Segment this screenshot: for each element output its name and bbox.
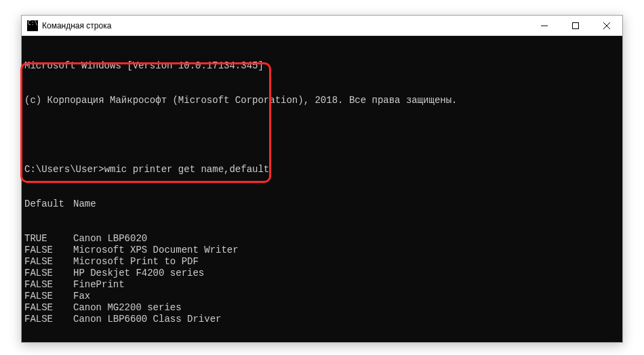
table-header: DefaultName [24,199,620,210]
command-prompt-window: Командная строка Microsoft Windows [Ver [21,15,623,343]
banner-line: (c) Корпорация Майкрософт (Microsoft Cor… [24,95,620,106]
header-name: Name [73,199,96,210]
cmd-icon [27,20,38,31]
cell-default: TRUE [24,233,73,245]
prompt-prefix: C:\Users\User> [24,164,104,175]
table-row: FALSECanon LBP6600 Class Driver [24,314,620,325]
cell-name: FinePrint [73,279,125,291]
cell-default: FALSE [24,268,73,279]
cell-default: FALSE [24,314,73,325]
cell-name: Canon LBP6020 [73,233,147,245]
maximize-icon [572,22,579,29]
cell-default: FALSE [24,279,73,291]
minimize-button[interactable] [529,16,560,35]
cell-name: Microsoft Print to PDF [73,256,199,268]
cell-name: Microsoft XPS Document Writer [73,245,239,256]
cell-name: Canon LBP6600 Class Driver [73,314,221,325]
blank-line [24,129,620,141]
cell-default: FALSE [24,302,73,314]
cell-name: HP Deskjet F4200 series [73,268,204,279]
cell-default: FALSE [24,245,73,256]
window-controls [529,16,622,35]
prompt-command: wmic printer get name,default [104,164,270,175]
console-area[interactable]: Microsoft Windows [Version 10.0.17134.34… [22,36,622,342]
table-rows: TRUECanon LBP6020FALSEMicrosoft XPS Docu… [24,233,620,325]
cell-name: Fax [73,291,90,302]
table-row: FALSEMicrosoft Print to PDF [24,256,620,268]
cell-name: Canon MG2200 series [73,302,182,314]
prompt-line: C:\Users\User>wmic printer get name,defa… [24,164,620,175]
maximize-button[interactable] [560,16,591,35]
minimize-icon [541,22,548,29]
table-row: FALSEFinePrint [24,279,620,291]
header-default: Default [24,199,73,210]
cell-default: FALSE [24,256,73,268]
table-row: FALSEFax [24,291,620,302]
table-row: FALSEHP Deskjet F4200 series [24,268,620,279]
svg-rect-1 [573,22,579,28]
banner-line: Microsoft Windows [Version 10.0.17134.34… [24,60,620,72]
close-icon [603,22,610,29]
titlebar[interactable]: Командная строка [22,16,622,36]
table-row: FALSEMicrosoft XPS Document Writer [24,245,620,256]
table-row: TRUECanon LBP6020 [24,233,620,245]
table-row: FALSECanon MG2200 series [24,302,620,314]
close-button[interactable] [591,16,622,35]
cell-default: FALSE [24,291,73,302]
window-title: Командная строка [42,21,529,30]
